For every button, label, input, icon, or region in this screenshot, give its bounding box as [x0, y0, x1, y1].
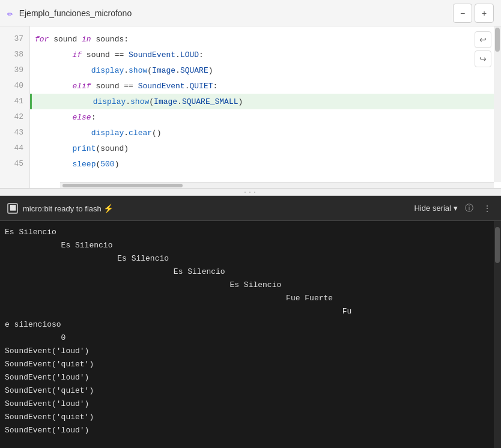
serial-panel: ⬜ micro:bit ready to flash ⚡ Hide serial…: [0, 196, 501, 448]
code-line-39: display.show(Image.SQUARE): [30, 62, 501, 78]
serial-line-15: SoundEvent('quiet'): [0, 411, 501, 424]
flash-icon: ⚡: [103, 204, 114, 213]
serial-line-6: Fue Fuerte: [0, 292, 501, 305]
code-line-42: else:: [30, 109, 501, 125]
serial-line-8: e silencioso: [0, 318, 501, 331]
top-bar: ✏ Ejemplo_funciones_microfono − +: [0, 0, 501, 26]
zoom-in-button[interactable]: +: [475, 4, 494, 23]
code-editor: 37 38 39 40 41 42 43 44 45 for sound in …: [0, 26, 501, 189]
serial-line-16: SoundEvent('loud'): [0, 424, 501, 437]
serial-line-14: SoundEvent('loud'): [0, 398, 501, 411]
code-line-45: sleep(500): [30, 156, 501, 172]
serial-line-11: SoundEvent('quiet'): [0, 358, 501, 371]
serial-line-2: Es Silencio: [0, 239, 501, 252]
code-line-37: for sound in sounds:: [30, 31, 501, 47]
code-line-41: display.show(Image.SQUARE_SMALL): [30, 94, 501, 109]
edit-icon: ✏: [7, 7, 13, 19]
resize-handle[interactable]: ···: [0, 189, 501, 196]
serial-output: Es Silencio Es Silencio Es Silencio Es S…: [0, 221, 501, 448]
hide-serial-button[interactable]: Hide serial ▾: [414, 204, 458, 213]
vertical-scrollbar[interactable]: [494, 26, 501, 182]
code-line-43: display.clear(): [30, 125, 501, 141]
serial-line-9: 0: [0, 331, 501, 345]
undo-button[interactable]: ↩: [475, 31, 491, 48]
serial-line-3: Es Silencio: [0, 252, 501, 265]
serial-v-scrollbar-thumb[interactable]: [495, 227, 500, 263]
serial-info-button[interactable]: ⓘ: [463, 201, 476, 216]
resize-dots: ···: [243, 189, 258, 196]
code-line-38: if sound == SoundEvent.LOUD:: [30, 47, 501, 62]
h-scrollbar-thumb[interactable]: [62, 184, 183, 187]
horizontal-scrollbar[interactable]: [60, 182, 494, 188]
serial-right-controls: Hide serial ▾ ⓘ ⋮: [414, 201, 494, 216]
code-content[interactable]: for sound in sounds: if sound == SoundEv…: [30, 26, 501, 188]
serial-line-5: Es Silencio: [0, 279, 501, 292]
serial-line-4: Es Silencio: [0, 265, 501, 279]
serial-status-text: micro:bit ready to flash ⚡: [23, 204, 410, 213]
code-line-44: print(sound): [30, 141, 501, 156]
serial-line-13: SoundEvent('quiet'): [0, 384, 501, 398]
file-title: Ejemplo_funciones_microfono: [19, 8, 447, 18]
line-numbers: 37 38 39 40 41 42 43 44 45: [0, 26, 30, 188]
redo-button[interactable]: ↪: [475, 50, 491, 67]
v-scrollbar-thumb[interactable]: [495, 28, 500, 52]
serial-line-12: SoundEvent('loud'): [0, 371, 501, 384]
microbit-screen-icon: ⬜: [7, 203, 18, 214]
serial-header: ⬜ micro:bit ready to flash ⚡ Hide serial…: [0, 196, 501, 221]
serial-line-1: Es Silencio: [0, 226, 501, 239]
zoom-out-button[interactable]: −: [453, 4, 472, 23]
serial-line-10: SoundEvent('loud'): [0, 345, 501, 358]
code-actions: ↩ ↪: [475, 31, 491, 67]
serial-vertical-scrollbar[interactable]: [494, 221, 501, 448]
serial-more-button[interactable]: ⋮: [481, 201, 494, 216]
zoom-controls: − +: [453, 4, 494, 23]
code-line-40: elif sound == SoundEvent.QUIET:: [30, 78, 501, 94]
serial-line-7: Fu: [0, 305, 501, 318]
